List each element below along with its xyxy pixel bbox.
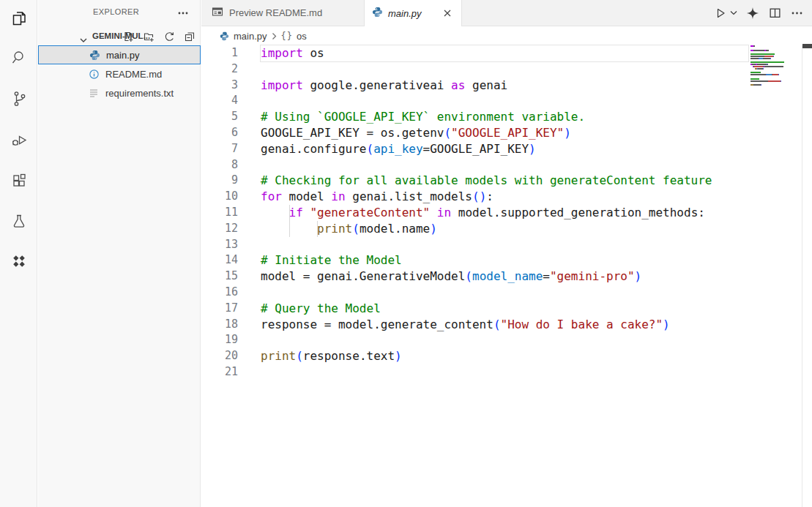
breadcrumb-file[interactable]: main.py [234,31,267,42]
line-number: 10 [201,189,238,205]
run-button[interactable] [712,5,729,21]
line-number: 6 [201,125,238,141]
breadcrumb: main.py {} os [201,26,750,45]
line-number: 21 [201,364,238,380]
line-number: 17 [201,301,238,317]
line-number: 20 [201,348,238,364]
line-number: 7 [201,141,238,157]
code-line-3[interactable]: 3import google.generativeai as genai [201,78,750,94]
line-number: 13 [201,237,238,253]
editor-group: Preview README.md main.py [201,0,812,507]
code-line-17[interactable]: 17# Query the Model [201,301,750,317]
code-line-18[interactable]: 18response = model.generate_content("How… [201,317,750,333]
code-line-12[interactable]: 12 print(model.name) [201,221,750,237]
extensions-icon[interactable] [10,171,29,190]
code-line-8[interactable]: 8 [201,157,750,173]
vscode-window: EXPLORER GEMINI-MUL... [0,0,812,507]
indent-guide [289,205,290,221]
code-line-1[interactable]: 1import os [201,45,750,61]
gemini-extension-icon[interactable] [10,252,29,271]
tab-label: main.py [388,8,422,19]
testing-icon[interactable] [10,211,29,230]
line-number: 5 [201,109,238,125]
line-number: 16 [201,285,238,301]
file-label: requirements.txt [105,88,174,99]
explorer-more-icon[interactable] [176,7,190,20]
code-line-5[interactable]: 5# Using `GOOGLE_API_KEY` environment va… [201,109,750,125]
code-line-14[interactable]: 14# Initiate the Model [201,252,750,268]
code-line-6[interactable]: 6GOOGLE_API_KEY = os.getenv("GOOGLE_API_… [201,125,750,141]
new-file-icon[interactable] [122,31,134,42]
line-number: 2 [201,61,238,78]
breadcrumb-symbol[interactable]: os [297,31,307,42]
file-label: main.py [106,50,140,61]
sparkle-icon[interactable] [745,5,761,21]
line-number: 19 [201,332,238,348]
file-row-main-py[interactable]: main.py [38,45,201,64]
line-number: 14 [201,252,238,268]
sidebar-explorer: EXPLORER GEMINI-MUL... [38,0,201,507]
code-line-9[interactable]: 9# Checking for all available models wit… [201,173,750,189]
line-number: 3 [201,78,238,94]
line-number: 12 [201,221,238,237]
search-icon[interactable] [10,48,29,67]
section-actions [122,31,195,42]
source-control-icon[interactable] [10,89,29,108]
python-file-icon [372,7,383,20]
explorer-header: EXPLORER [38,0,200,26]
code-line-2[interactable]: 2 [201,61,750,78]
line-number: 11 [201,205,238,221]
code-line-7[interactable]: 7genai.configure(api_key=GOOGLE_API_KEY) [201,141,750,157]
minimap-line [750,86,802,89]
tab-bar: Preview README.md main.py [201,0,812,26]
file-label: README.md [105,69,162,80]
refresh-icon[interactable] [163,31,175,42]
editor-scrollbar[interactable] [802,29,812,507]
tab-label: Preview README.md [229,7,322,18]
explorer-title: EXPLORER [93,7,139,16]
overview-ruler-cursor-marker [802,44,812,48]
code-line-16[interactable]: 16 [201,285,750,301]
line-number: 15 [201,268,238,285]
line-number: 8 [201,157,238,173]
code-line-13[interactable]: 13 [201,237,750,253]
chevron-right-icon [272,32,277,40]
folder-section-header[interactable]: GEMINI-MUL... [38,28,200,45]
code-line-15[interactable]: 15model = genai.GenerativeModel(model_na… [201,268,750,285]
line-number: 9 [201,173,238,189]
run-dropdown-icon[interactable] [729,5,739,21]
more-actions-icon[interactable] [789,5,805,21]
code-line-4[interactable]: 4 [201,93,750,109]
tab-main-py[interactable]: main.py [364,0,462,26]
code-line-11[interactable]: 11 if "generateContent" in model.support… [201,205,750,221]
symbol-namespace-icon: {} [281,31,293,41]
run-and-debug-icon[interactable] [10,130,29,149]
markdown-preview-icon [212,6,223,20]
line-number: 18 [201,317,238,333]
collapse-all-icon[interactable] [184,31,195,42]
close-icon[interactable] [441,7,454,20]
activity-bar [0,0,37,507]
minimap[interactable] [750,45,802,89]
split-editor-icon[interactable] [767,5,783,21]
tab-preview-readme[interactable]: Preview README.md [201,0,364,26]
text-file-icon [88,87,100,99]
indent-guide [289,221,290,237]
editor-actions [709,0,808,26]
new-folder-icon[interactable] [143,31,154,42]
explorer-icon[interactable] [10,9,29,28]
python-file-icon [89,49,100,61]
code-line-20[interactable]: 20print(response.text) [201,348,750,364]
indent-guide [317,221,318,237]
file-row-readme-md[interactable]: README.md [38,64,201,83]
code-editor[interactable]: 1import os23import google.generativeai a… [201,45,750,380]
chevron-down-icon [80,33,87,46]
line-number: 1 [201,45,238,61]
code-line-21[interactable]: 21 [201,364,750,380]
code-line-19[interactable]: 19 [201,332,750,348]
python-file-icon [220,31,229,41]
file-row-requirements-txt[interactable]: requirements.txt [38,83,201,102]
code-line-10[interactable]: 10for model in genai.list_models(): [201,189,750,205]
info-file-icon [88,68,100,80]
line-number: 4 [201,93,238,109]
